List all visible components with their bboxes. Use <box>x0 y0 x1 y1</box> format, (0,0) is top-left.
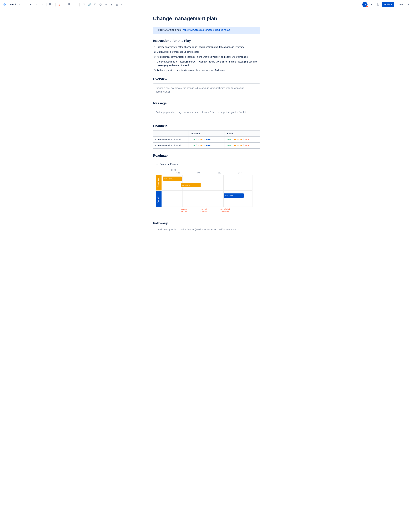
col-channel <box>153 131 188 137</box>
layout-icon: ▦ <box>116 3 118 6</box>
color-button[interactable]: A ▼ <box>58 2 63 7</box>
visibility-some-2[interactable]: SOME <box>198 145 203 147</box>
round2-label-text: Round 2:... <box>157 195 159 203</box>
channel-name-1[interactable]: <Communication channel> <box>153 137 188 142</box>
chevron-down-icon: ▼ <box>21 4 23 5</box>
col-effort: Effort <box>225 131 260 137</box>
overflow-icon: ··· <box>407 3 409 6</box>
month-oct: Oct <box>197 172 200 174</box>
followup-placeholder[interactable]: <Follow-up question or action item> <@as… <box>157 228 239 231</box>
visibility-many-1[interactable]: MANY <box>206 139 211 141</box>
channels-table: Visibility Effort <Communication channel… <box>153 131 260 149</box>
list-buttons: ☰ ⋮ <box>67 2 77 7</box>
layout-button[interactable]: ▦ <box>114 2 119 7</box>
bullet-list-button[interactable]: ☰ <box>67 2 72 7</box>
roadmap-planner-label: Roadmap Planner <box>160 163 178 165</box>
task-button[interactable]: ☑ <box>82 2 87 7</box>
numbered-list-button[interactable]: ⋮ <box>72 2 77 7</box>
effort-high-2[interactable]: HIGH <box>245 145 249 147</box>
color-icon: A <box>59 3 60 6</box>
effort-medium-2[interactable]: MEDIUM <box>234 145 242 147</box>
channel-name-2[interactable]: <Communication channel> <box>153 142 188 149</box>
info-link[interactable]: https://www.atlassian.com/team-playbook/… <box>183 28 230 31</box>
overview-placeholder: Provide a brief overview of the change t… <box>156 87 244 93</box>
save-button[interactable] <box>375 2 380 7</box>
save-icon <box>376 3 379 6</box>
emoji-button[interactable]: ☺ <box>103 2 109 7</box>
effort-low-1[interactable]: LOW <box>227 139 231 141</box>
message-panel[interactable]: Draft a proposed message to customers he… <box>153 108 260 119</box>
row1-cell2 <box>183 175 203 190</box>
bold-button[interactable]: B <box>28 2 33 7</box>
mention-icon: @ <box>99 3 102 6</box>
visibility-some-1[interactable]: SOME <box>198 139 203 141</box>
toolbar: Heading 2 ▼ B I ··· ☰ ▼ A ▼ ☰ ⋮ ☑ 🔗 <box>0 0 413 9</box>
mention-button[interactable]: @ <box>98 2 103 7</box>
svg-rect-1 <box>377 3 378 4</box>
visibility-few-1[interactable]: FEW <box>191 139 195 141</box>
instructions-heading: Instructions for this Play <box>153 39 260 43</box>
roadmap-file-icon: 📄 <box>156 163 158 165</box>
list-item: Provide an overview of the change or lin… <box>157 45 260 49</box>
color-chevron-icon: ▼ <box>60 4 62 5</box>
publish-button[interactable]: Publish <box>382 2 394 7</box>
more-insert-chevron-icon: ▼ <box>122 4 124 5</box>
list-item: Draft a customer message under Message. <box>157 50 260 54</box>
image-icon: 🖼 <box>94 3 96 6</box>
page-content: Change management plan ℹ Full Play avail… <box>145 9 268 249</box>
bar-hi-label: (owner) Hi... <box>164 178 173 180</box>
toolbar-right: CK 3 + Publish Close ··· <box>362 2 410 7</box>
add-collaborator-button[interactable]: + <box>369 2 374 7</box>
table-icon: ⊞ <box>110 3 112 6</box>
month-sep: Sep <box>176 172 180 174</box>
info-icon: ℹ <box>156 29 156 32</box>
milestone-label-3: (owner) Final <box>220 208 230 210</box>
overview-panel[interactable]: Provide a brief overview of the change t… <box>153 84 260 96</box>
row2-cell2 <box>183 191 203 207</box>
effort-low-2[interactable]: LOW <box>227 145 231 147</box>
image-button[interactable]: 🖼 <box>92 2 98 7</box>
followup-heading: Follow-up <box>153 221 260 225</box>
align-button[interactable]: ☰ ▼ <box>48 2 54 7</box>
milestone-sublabel-3: custome... <box>221 210 229 212</box>
followup-checkbox[interactable] <box>153 228 155 230</box>
followup-section: Follow-up <Follow-up question or action … <box>153 221 260 231</box>
italic-button[interactable]: I <box>34 2 39 7</box>
followup-item: <Follow-up question or action item> <@as… <box>153 228 260 231</box>
channels-section: Channels Visibility Effort <Communicatio… <box>153 124 260 149</box>
instructions-section: Instructions for this Play Provide an ov… <box>153 39 260 72</box>
list-item: Add any questions or action items and th… <box>157 68 260 72</box>
visibility-many-2[interactable]: MANY <box>206 145 211 147</box>
page-title[interactable]: Change management plan <box>153 16 260 21</box>
info-text: Full Play available here: https://www.at… <box>158 28 230 31</box>
align-icon: ☰ <box>49 3 51 6</box>
close-button[interactable]: Close <box>395 2 404 7</box>
instructions-list: Provide an overview of the change or lin… <box>153 45 260 72</box>
effort-high-1[interactable]: HIGH <box>245 139 249 141</box>
effort-medium-1[interactable]: MEDIUM <box>234 139 242 141</box>
info-prefix: Full Play available here: <box>158 28 182 31</box>
table-button[interactable]: ⊞ <box>109 2 114 7</box>
heading-dropdown-label: Heading 2 <box>10 3 20 6</box>
app-logo[interactable] <box>3 2 7 7</box>
more-format-button[interactable]: ··· <box>39 2 44 7</box>
svg-rect-2 <box>377 4 378 5</box>
visibility-few-2[interactable]: FEW <box>191 145 195 147</box>
bar-an-label: (owner) An... <box>225 195 235 197</box>
message-section: Message Draft a proposed message to cust… <box>153 101 260 119</box>
table-row: <Communication channel> FEW / SOME / MAN… <box>153 142 260 149</box>
insert-buttons: ☑ 🔗 🖼 @ ☺ ⊞ ▦ + ▼ <box>82 2 125 7</box>
link-button[interactable]: 🔗 <box>87 2 92 7</box>
milestone-label-2: (owner) <box>202 208 207 210</box>
toolbar-divider-2 <box>46 3 46 7</box>
year-label: 2020 <box>171 169 176 171</box>
bar-s-label: (owner): S... <box>182 184 191 186</box>
more-insert-button[interactable]: + ▼ <box>120 2 125 7</box>
plus-icon: + <box>121 3 122 6</box>
heading-dropdown[interactable]: Heading 2 ▼ <box>8 2 24 7</box>
user-avatar[interactable]: CK 3 <box>362 2 367 7</box>
plus-icon: + <box>371 3 372 6</box>
avatar-initials: CK <box>364 3 366 6</box>
month-nov: Nov <box>218 172 221 174</box>
overflow-menu-button[interactable]: ··· <box>405 2 410 7</box>
